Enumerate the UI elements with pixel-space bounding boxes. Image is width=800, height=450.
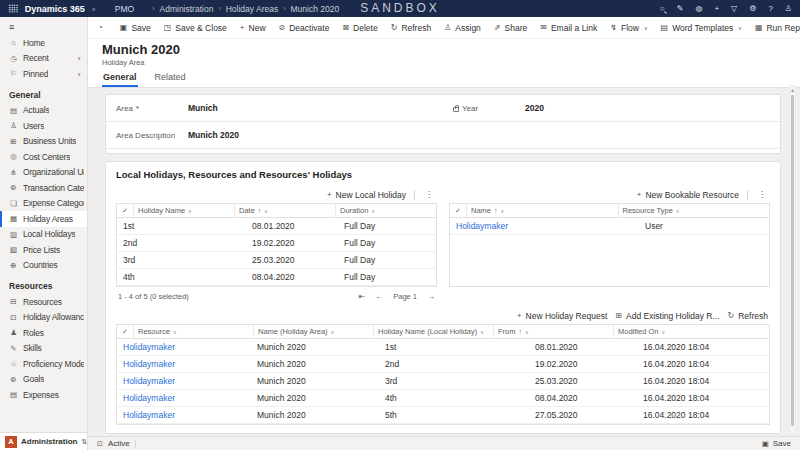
command-flow[interactable]: ↯ Flow ∨ (610, 23, 647, 33)
scrollbar-thumb[interactable] (791, 95, 794, 426)
sidebar-item-proficiency-models[interactable]: ☆ Proficiency Models (0, 356, 87, 372)
sidebar-item-users[interactable]: ♙ Users (0, 118, 87, 134)
refresh-subgrid[interactable]: ↻ Refresh (728, 311, 768, 321)
resource-link[interactable]: Holidaymaker (117, 376, 253, 386)
chevron-down-icon: ∨ (77, 71, 84, 77)
resource-name-link[interactable]: Holidaymaker (450, 221, 641, 231)
column-header[interactable]: Modified On ∨ (613, 325, 733, 338)
resource-link[interactable]: Holidaymaker (117, 393, 253, 403)
column-header[interactable]: Date ↑ ∨ (234, 204, 335, 217)
tab-related[interactable]: Related (154, 71, 187, 87)
sidebar-item-goals[interactable]: ⊚ Goals (0, 372, 87, 388)
table-row[interactable]: Holidaymaker Munich 2020 4th 08.04.2020 … (117, 390, 769, 407)
table-row[interactable]: Holidaymaker Munich 2020 3rd 25.03.2020 … (117, 373, 769, 390)
breadcrumb-item[interactable]: ›Holiday Areas (213, 4, 278, 14)
tab-general[interactable]: General (102, 71, 138, 87)
column-header[interactable]: Resource ∨ (133, 325, 253, 338)
command-delete[interactable]: ⊠ Delete (342, 23, 377, 33)
feedback-icon[interactable]: ✎ (677, 5, 684, 13)
sidebar-item-price-lists[interactable]: ▧ Price Lists (0, 242, 87, 258)
resource-link[interactable]: Holidaymaker (117, 359, 253, 369)
command-share[interactable]: ⇗ Share (494, 23, 527, 33)
sidebar-item-resources[interactable]: ⊟ Resources (0, 294, 87, 310)
sidebar-item-local-holidays[interactable]: ▥ Local Holidays (0, 227, 87, 243)
resource-link[interactable]: Holidaymaker (117, 342, 253, 352)
sidebar-item-expenses[interactable]: ▤ Expenses (0, 387, 87, 403)
table-row[interactable]: 2nd 19.02.2020 Full Day (117, 235, 436, 252)
next-page-icon[interactable]: → (427, 292, 435, 301)
sidebar-item-holiday-allowances[interactable]: ⊡ Holiday Allowances (0, 310, 87, 326)
more-commands-icon[interactable]: ⋮ (756, 190, 768, 199)
resources-icon: ⊟ (9, 297, 18, 306)
scroll-up-arrow-icon[interactable]: ▲ (790, 86, 795, 94)
sidebar-item-transaction-categories[interactable]: ⊚ Transaction Categories (0, 180, 87, 196)
column-header[interactable]: Holiday Name (Local Holiday) ∨ (373, 325, 493, 338)
app-title[interactable]: Dynamics 365 (25, 4, 85, 14)
column-header[interactable]: Resource Type ∨ (618, 204, 770, 217)
breadcrumb-item[interactable]: ›Munich 2020 (278, 4, 339, 14)
column-header[interactable]: Holiday Name ∨ (133, 204, 234, 217)
save-status-button[interactable]: ▣ Save (762, 439, 791, 448)
column-header[interactable]: Duration ∨ (335, 204, 436, 217)
command-save[interactable]: ▣ Save (120, 23, 151, 33)
table-row[interactable]: 3rd 25.03.2020 Full Day (117, 252, 436, 269)
lightbulb-icon[interactable]: ◍ (695, 5, 702, 13)
command-deactivate[interactable]: ⊘ Deactivate (279, 23, 330, 33)
sidebar-item-countries[interactable]: ⊕ Countries (0, 258, 87, 274)
new-local-holiday-button[interactable]: + New Local Holiday (327, 190, 406, 200)
column-header[interactable]: Name ↑ ∨ (466, 204, 618, 217)
command-word-templates[interactable]: ▤ Word Templates ∨ (661, 23, 742, 33)
previous-page-icon[interactable]: ← (375, 292, 383, 301)
new-bookable-resource-button[interactable]: + New Bookable Resource (637, 190, 739, 200)
select-all-checkbox[interactable]: ✓ (450, 204, 466, 217)
search-icon[interactable]: ○ (660, 5, 665, 13)
area-field-value[interactable]: Munich (180, 103, 218, 113)
breadcrumb-area[interactable]: PMO (115, 4, 134, 14)
hamburger-menu-icon[interactable]: ≡ (0, 17, 87, 35)
select-all-checkbox[interactable]: ✓ (117, 325, 133, 338)
table-row[interactable]: Holidaymaker Munich 2020 5th 27.05.2020 … (117, 407, 769, 424)
select-all-checkbox[interactable]: ✓ (117, 204, 133, 217)
command-assign[interactable]: ♙ Assign (444, 23, 481, 33)
waffle-icon[interactable]: ⣿⣿ (8, 4, 18, 13)
area-switcher[interactable]: A Administration ⇅ (0, 432, 87, 450)
first-page-icon[interactable]: ⇤ (359, 292, 366, 301)
table-row[interactable]: Holidaymaker Munich 2020 2nd 19.02.2020 … (117, 356, 769, 373)
sidebar-item-pinned[interactable]: ⚐ Pinned ∨ (0, 66, 87, 82)
help-icon[interactable]: ? (768, 5, 772, 13)
sidebar-item-home[interactable]: ⌂ Home (0, 35, 87, 51)
sidebar-item-expense-categories[interactable]: ❏ Expense Categories (0, 196, 87, 212)
table-row[interactable]: Holidaymaker User (450, 218, 769, 235)
filter-icon[interactable]: ▽ (731, 5, 737, 13)
new-holiday-request[interactable]: + New Holiday Request (517, 311, 607, 321)
breadcrumb-item[interactable]: ›Administration (147, 4, 213, 14)
sidebar-item-cost-centers[interactable]: ◎ Cost Centers (0, 149, 87, 165)
holiday-name-cell: 1st (117, 221, 248, 231)
command-run-report[interactable]: ▦ Run Report ∨ (755, 23, 800, 33)
column-header[interactable]: Name (Holiday Area) ∨ (253, 325, 373, 338)
sidebar-item-business-units[interactable]: ⊞ Business Units (0, 134, 87, 150)
sidebar-item-roles[interactable]: ♟ Roles (0, 325, 87, 341)
sidebar-item-skills[interactable]: ✎ Skills (0, 341, 87, 357)
command-new[interactable]: + New (240, 23, 266, 33)
quick-create-icon[interactable]: + (714, 5, 719, 13)
sidebar-item-recent[interactable]: ◷ Recent ∨ (0, 51, 87, 67)
vertical-scrollbar[interactable]: ▲ (789, 85, 796, 435)
command-refresh[interactable]: ↻ Refresh (391, 23, 431, 33)
table-row[interactable]: Holidaymaker Munich 2020 1st 08.01.2020 … (117, 339, 769, 356)
add-existing-holiday-request[interactable]: ⊞ Add Existing Holiday R... (615, 311, 719, 321)
sidebar-item-organizational-units[interactable]: ⋔ Organizational Units (0, 165, 87, 181)
table-row[interactable]: 1st 08.01.2020 Full Day (117, 218, 436, 235)
settings-gear-icon[interactable]: ⚙ (749, 5, 756, 13)
column-header[interactable]: From ↑ ∨ (493, 325, 613, 338)
sidebar-item-actuals[interactable]: ▤ Actuals (0, 103, 87, 119)
account-icon[interactable]: ♙ (785, 5, 792, 13)
command-record-circle[interactable]: ◔ (98, 24, 107, 32)
resource-link[interactable]: Holidaymaker (117, 410, 253, 420)
sidebar-item-holiday-areas[interactable]: ▦ Holiday Areas (0, 211, 87, 227)
command-save-and-close[interactable]: ◳ Save & Close (164, 23, 227, 33)
table-row[interactable]: 4th 08.04.2020 Full Day (117, 269, 436, 286)
more-commands-icon[interactable]: ⋮ (423, 190, 435, 199)
area-description-value[interactable]: Munich 2020 (180, 130, 239, 140)
command-email-a-link[interactable]: ✉ Email a Link (540, 23, 597, 33)
